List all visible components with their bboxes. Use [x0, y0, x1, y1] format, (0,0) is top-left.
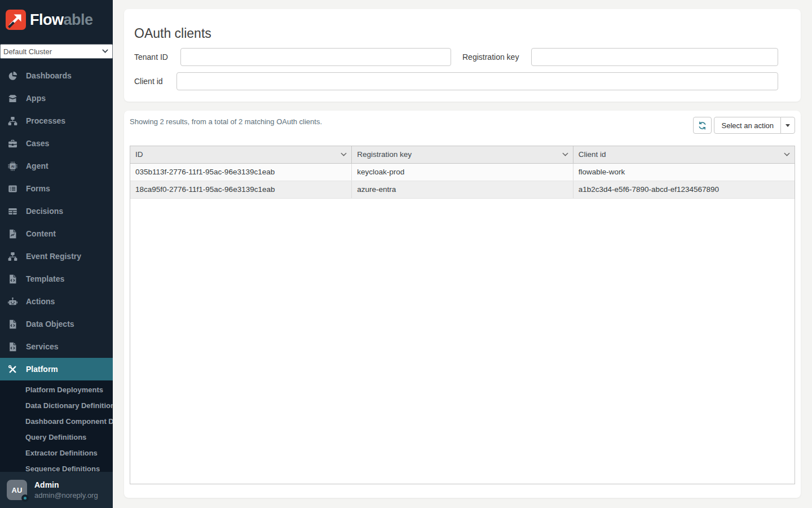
column-header-label: Registration key — [357, 150, 412, 159]
sidebar-item-decisions[interactable]: Decisions — [0, 200, 113, 222]
main-content: OAuth clients Tenant ID Registration key… — [113, 0, 812, 508]
file-code-icon — [8, 342, 17, 352]
sidebar-item-event-registry[interactable]: Event Registry — [0, 245, 113, 268]
refresh-icon — [698, 121, 707, 130]
sidebar-item-label: Content — [26, 229, 56, 238]
tenant-id-input[interactable] — [180, 48, 451, 66]
caret-down-icon — [785, 124, 790, 127]
cluster-select-wrap: Default Cluster — [0, 44, 113, 59]
box-open-icon — [8, 94, 17, 103]
table-cell: 18ca95f0-2776-11f1-95ac-96e3139c1eab — [130, 181, 352, 198]
user-name: Admin — [34, 480, 98, 489]
sidebar-item-platform[interactable]: Platform — [0, 358, 113, 380]
table-row[interactable]: 18ca95f0-2776-11f1-95ac-96e3139c1eabazur… — [130, 181, 795, 198]
avatar-initials: AU — [12, 486, 23, 494]
status-dot — [21, 494, 29, 502]
submenu-item-dashboard-component-definitions[interactable]: Dashboard Component Definitions — [0, 414, 113, 430]
sidebar-item-label: Actions — [26, 297, 55, 306]
sidebar-item-label: Cases — [26, 139, 49, 148]
results-card: Showing 2 results, from a total of 2 mat… — [124, 111, 801, 498]
column-header-registration-key[interactable]: Registration key — [352, 146, 573, 163]
action-dropdown-toggle[interactable] — [780, 117, 795, 134]
cluster-select[interactable]: Default Cluster — [0, 44, 113, 59]
sidebar-item-label: Event Registry — [26, 252, 81, 261]
sidebar-item-data-objects[interactable]: Data Objects — [0, 313, 113, 335]
file-code-icon — [8, 274, 17, 284]
svg-text:AI: AI — [11, 164, 14, 168]
table-cell: keycloak-prod — [352, 163, 573, 181]
chevron-down-icon — [562, 152, 568, 157]
submenu-item-label: Platform Deployments — [25, 386, 103, 394]
chevron-down-icon — [341, 152, 347, 157]
sidebar-item-label: Dashboards — [26, 71, 72, 80]
table-cell: a1b2c3d4-e5f6-7890-abcd-ef1234567890 — [573, 181, 795, 198]
sidebar-item-label: Apps — [26, 94, 46, 103]
table-row[interactable]: 035b113f-2776-11f1-95ac-96e3139c1eabkeyc… — [130, 163, 795, 181]
file-chart-icon — [8, 229, 17, 239]
submenu-item-label: Extractor Definitions — [25, 449, 98, 457]
column-header-label: Client id — [579, 150, 606, 159]
sidebar-item-label: Templates — [26, 274, 64, 283]
sitemap-icon — [8, 252, 17, 261]
table-cell: 035b113f-2776-11f1-95ac-96e3139c1eab — [130, 163, 352, 181]
filter-card: OAuth clients Tenant ID Registration key… — [124, 9, 801, 102]
chart-pie-icon — [8, 71, 17, 81]
sidebar-item-label: Decisions — [26, 207, 63, 216]
registration-key-label: Registration key — [462, 48, 519, 66]
column-header-id[interactable]: ID — [130, 146, 352, 163]
select-action-button[interactable]: Select an action — [714, 117, 781, 134]
flowable-wordmark: Flowable — [30, 10, 93, 30]
client-id-label: Client id — [134, 72, 163, 90]
table-actions: Select an action — [693, 117, 795, 134]
sidebar-item-label: Processes — [26, 116, 65, 125]
table-cell: flowable-work — [573, 163, 795, 181]
user-meta: Admin admin@noreply.org — [34, 480, 98, 500]
file-code-icon — [8, 319, 17, 329]
sidebar-item-apps[interactable]: Apps — [0, 87, 113, 110]
ai-chip-icon: AI — [8, 161, 17, 171]
sidebar-item-label: Platform — [26, 365, 58, 374]
list-alt-icon — [8, 184, 17, 194]
sidebar-item-actions[interactable]: Actions — [0, 290, 113, 313]
client-id-input[interactable] — [176, 72, 778, 90]
action-split-button: Select an action — [714, 117, 795, 134]
table-cell: azure-entra — [352, 181, 573, 198]
sidebar-item-forms[interactable]: Forms — [0, 177, 113, 200]
avatar: AU — [7, 480, 27, 500]
tools-icon — [8, 365, 17, 374]
flowable-logo-icon — [6, 10, 26, 30]
flowable-logo: Flowable — [0, 0, 113, 30]
chevron-down-icon — [784, 152, 790, 157]
submenu-item-data-dictionary-definitions[interactable]: Data Dictionary Definitions — [0, 398, 113, 414]
column-header-label: ID — [135, 150, 143, 159]
sidebar: Flowable Default Cluster DashboardsAppsP… — [0, 0, 113, 508]
sidebar-nav: DashboardsAppsProcessesCasesAIAgentForms… — [0, 64, 113, 380]
user-panel[interactable]: AU Admin admin@noreply.org — [0, 472, 113, 508]
column-header-client-id[interactable]: Client id — [573, 146, 795, 163]
sitemap-icon — [8, 116, 17, 126]
submenu-item-platform-deployments[interactable]: Platform Deployments — [0, 382, 113, 398]
submenu-item-query-definitions[interactable]: Query Definitions — [0, 430, 113, 445]
submenu-item-label: Dashboard Component Definitions — [25, 417, 113, 426]
table-icon — [8, 207, 17, 216]
sidebar-item-cases[interactable]: Cases — [0, 132, 113, 155]
sidebar-item-dashboards[interactable]: Dashboards — [0, 64, 113, 87]
page-title: OAuth clients — [134, 26, 211, 41]
briefcase-icon — [8, 139, 17, 148]
sidebar-item-label: Agent — [26, 161, 48, 170]
sidebar-item-content[interactable]: Content — [0, 222, 113, 245]
user-email: admin@noreply.org — [34, 491, 98, 500]
sidebar-item-label: Data Objects — [26, 319, 74, 329]
submenu-item-label: Query Definitions — [25, 433, 86, 441]
sidebar-item-services[interactable]: Services — [0, 335, 113, 358]
tenant-id-label: Tenant ID — [134, 48, 168, 66]
submenu-item-extractor-definitions[interactable]: Extractor Definitions — [0, 445, 113, 461]
sidebar-item-processes[interactable]: Processes — [0, 110, 113, 132]
submenu-item-label: Data Dictionary Definitions — [25, 401, 113, 410]
refresh-button[interactable] — [693, 117, 712, 134]
registration-key-input[interactable] — [531, 48, 778, 66]
sidebar-item-agent[interactable]: AIAgent — [0, 155, 113, 177]
sidebar-item-label: Services — [26, 342, 59, 351]
sidebar-item-label: Forms — [26, 184, 50, 193]
sidebar-item-templates[interactable]: Templates — [0, 268, 113, 290]
